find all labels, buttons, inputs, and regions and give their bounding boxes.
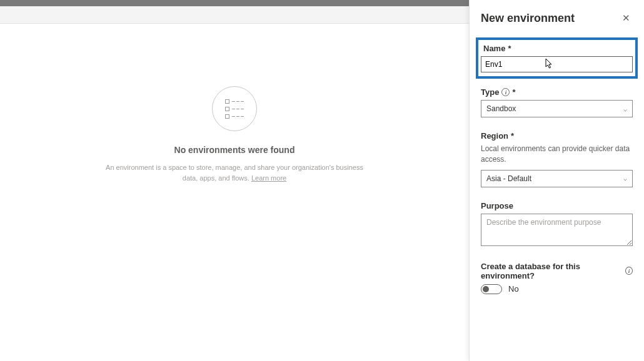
empty-state-description: An environment is a space to store, mana…	[103, 162, 366, 183]
learn-more-link[interactable]: Learn more	[251, 174, 286, 182]
purpose-textarea[interactable]	[481, 214, 633, 246]
type-select[interactable]: Sandbox ⌵	[481, 100, 633, 117]
empty-state-icon	[212, 86, 257, 131]
region-select[interactable]: Asia - Default ⌵	[481, 170, 633, 187]
empty-state-title: No environments were found	[174, 145, 295, 155]
database-toggle[interactable]	[481, 284, 502, 294]
chevron-down-icon: ⌵	[623, 106, 627, 112]
name-label: Name*	[483, 44, 633, 53]
purpose-label: Purpose	[481, 201, 633, 210]
panel-title: New environment	[481, 12, 575, 25]
info-icon[interactable]: i	[501, 88, 510, 96]
chevron-down-icon: ⌵	[623, 175, 627, 182]
empty-desc-text: An environment is a space to store, mana…	[106, 164, 363, 182]
type-label: Type i *	[481, 87, 633, 97]
info-icon[interactable]: i	[625, 267, 633, 275]
database-label: Create a database for this environment? …	[481, 262, 633, 280]
region-value: Asia - Default	[486, 174, 531, 183]
toggle-value: No	[508, 284, 519, 294]
name-input[interactable]	[481, 56, 633, 72]
type-value: Sandbox	[486, 104, 516, 113]
close-icon[interactable]: ✕	[620, 11, 633, 25]
name-field-highlight: Name*	[476, 37, 638, 79]
main-content: No environments were found An environmen…	[0, 24, 469, 361]
new-environment-panel: New environment ✕ Name* Type i * Sandbox…	[469, 0, 644, 361]
region-help: Local environments can provide quicker d…	[481, 144, 633, 165]
region-label: Region*	[481, 131, 633, 141]
